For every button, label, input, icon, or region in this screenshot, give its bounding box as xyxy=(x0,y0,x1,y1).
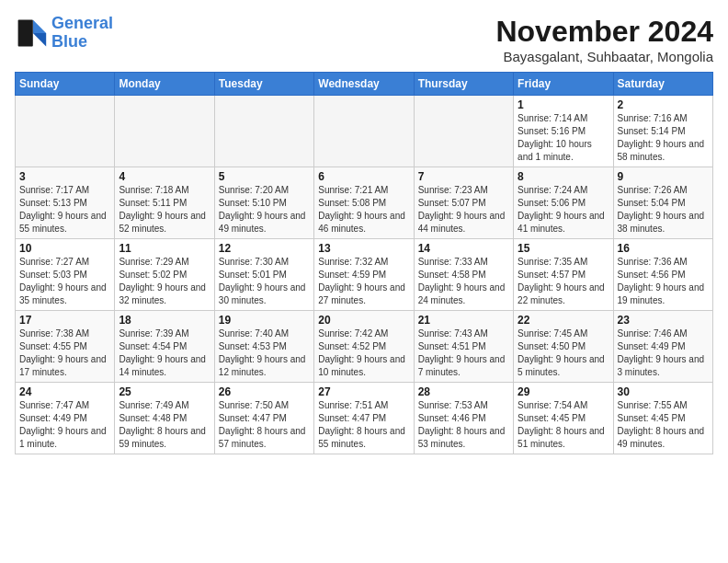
weekday-header: Sunday xyxy=(16,73,115,96)
day-info: Sunrise: 7:42 AM Sunset: 4:52 PM Dayligh… xyxy=(318,327,409,379)
calendar-cell xyxy=(314,96,414,167)
day-info: Sunrise: 7:27 AM Sunset: 5:03 PM Dayligh… xyxy=(19,256,110,307)
day-number: 16 xyxy=(618,242,709,255)
day-number: 19 xyxy=(219,314,310,327)
day-info: Sunrise: 7:14 AM Sunset: 5:16 PM Dayligh… xyxy=(518,112,609,164)
calendar-header-row: SundayMondayTuesdayWednesdayThursdayFrid… xyxy=(16,73,713,96)
title-block: November 2024 Bayasgalant, Suhbaatar, Mo… xyxy=(495,15,713,64)
logo-text: General Blue xyxy=(51,15,113,52)
calendar-cell xyxy=(16,96,115,167)
calendar-cell: 8Sunrise: 7:24 AM Sunset: 5:06 PM Daylig… xyxy=(514,167,613,239)
calendar-cell: 27Sunrise: 7:51 AM Sunset: 4:47 PM Dayli… xyxy=(314,383,414,454)
day-info: Sunrise: 7:32 AM Sunset: 4:59 PM Dayligh… xyxy=(318,256,409,307)
calendar-cell: 22Sunrise: 7:45 AM Sunset: 4:50 PM Dayli… xyxy=(514,311,613,383)
logo-icon xyxy=(15,17,48,50)
day-info: Sunrise: 7:47 AM Sunset: 4:49 PM Dayligh… xyxy=(19,399,110,451)
day-number: 18 xyxy=(119,314,210,327)
calendar-cell: 17Sunrise: 7:38 AM Sunset: 4:55 PM Dayli… xyxy=(16,311,115,383)
day-info: Sunrise: 7:45 AM Sunset: 4:50 PM Dayligh… xyxy=(518,327,609,379)
day-number: 27 xyxy=(318,385,409,398)
day-info: Sunrise: 7:23 AM Sunset: 5:07 PM Dayligh… xyxy=(418,184,509,236)
day-info: Sunrise: 7:43 AM Sunset: 4:51 PM Dayligh… xyxy=(418,327,509,379)
calendar-cell: 7Sunrise: 7:23 AM Sunset: 5:07 PM Daylig… xyxy=(414,167,513,239)
day-number: 23 xyxy=(618,314,709,327)
day-number: 28 xyxy=(418,385,509,398)
weekday-header: Monday xyxy=(115,73,214,96)
day-number: 11 xyxy=(119,242,210,255)
day-info: Sunrise: 7:16 AM Sunset: 5:14 PM Dayligh… xyxy=(618,112,709,164)
day-info: Sunrise: 7:38 AM Sunset: 4:55 PM Dayligh… xyxy=(19,327,110,379)
day-info: Sunrise: 7:46 AM Sunset: 4:49 PM Dayligh… xyxy=(618,327,709,379)
day-number: 22 xyxy=(518,314,609,327)
calendar-cell: 21Sunrise: 7:43 AM Sunset: 4:51 PM Dayli… xyxy=(414,311,513,383)
day-info: Sunrise: 7:33 AM Sunset: 4:58 PM Dayligh… xyxy=(418,256,509,307)
day-info: Sunrise: 7:36 AM Sunset: 4:56 PM Dayligh… xyxy=(618,256,709,307)
day-number: 24 xyxy=(19,385,110,398)
calendar-cell: 30Sunrise: 7:55 AM Sunset: 4:45 PM Dayli… xyxy=(613,383,712,454)
svg-rect-2 xyxy=(18,19,33,46)
day-number: 10 xyxy=(19,242,110,255)
day-info: Sunrise: 7:55 AM Sunset: 4:45 PM Dayligh… xyxy=(618,399,709,451)
calendar-cell: 26Sunrise: 7:50 AM Sunset: 4:47 PM Dayli… xyxy=(214,383,313,454)
day-info: Sunrise: 7:40 AM Sunset: 4:53 PM Dayligh… xyxy=(219,327,310,379)
day-info: Sunrise: 7:54 AM Sunset: 4:45 PM Dayligh… xyxy=(518,399,609,451)
day-info: Sunrise: 7:20 AM Sunset: 5:10 PM Dayligh… xyxy=(219,184,310,236)
calendar-cell: 23Sunrise: 7:46 AM Sunset: 4:49 PM Dayli… xyxy=(613,311,712,383)
day-number: 30 xyxy=(618,385,709,398)
day-number: 29 xyxy=(518,385,609,398)
day-number: 2 xyxy=(618,98,709,111)
page: General Blue November 2024 Bayasgalant, … xyxy=(0,0,728,563)
day-info: Sunrise: 7:49 AM Sunset: 4:48 PM Dayligh… xyxy=(119,399,210,451)
day-number: 4 xyxy=(119,170,210,183)
calendar-cell: 25Sunrise: 7:49 AM Sunset: 4:48 PM Dayli… xyxy=(115,383,214,454)
day-number: 17 xyxy=(19,314,110,327)
calendar-cell: 29Sunrise: 7:54 AM Sunset: 4:45 PM Dayli… xyxy=(514,383,613,454)
day-number: 14 xyxy=(418,242,509,255)
day-info: Sunrise: 7:17 AM Sunset: 5:13 PM Dayligh… xyxy=(19,184,110,236)
day-number: 3 xyxy=(19,170,110,183)
weekday-header: Saturday xyxy=(613,73,712,96)
header: General Blue November 2024 Bayasgalant, … xyxy=(15,15,713,64)
day-info: Sunrise: 7:51 AM Sunset: 4:47 PM Dayligh… xyxy=(318,399,409,451)
calendar-cell: 11Sunrise: 7:29 AM Sunset: 5:02 PM Dayli… xyxy=(115,239,214,311)
day-number: 20 xyxy=(318,314,409,327)
calendar-cell xyxy=(414,96,513,167)
calendar-cell: 10Sunrise: 7:27 AM Sunset: 5:03 PM Dayli… xyxy=(16,239,115,311)
calendar-cell: 1Sunrise: 7:14 AM Sunset: 5:16 PM Daylig… xyxy=(514,96,613,167)
calendar-cell: 18Sunrise: 7:39 AM Sunset: 4:54 PM Dayli… xyxy=(115,311,214,383)
day-number: 13 xyxy=(318,242,409,255)
calendar-cell: 9Sunrise: 7:26 AM Sunset: 5:04 PM Daylig… xyxy=(613,167,712,239)
calendar-cell: 6Sunrise: 7:21 AM Sunset: 5:08 PM Daylig… xyxy=(314,167,414,239)
svg-marker-1 xyxy=(33,33,46,46)
day-info: Sunrise: 7:50 AM Sunset: 4:47 PM Dayligh… xyxy=(219,399,310,451)
day-number: 15 xyxy=(518,242,609,255)
day-number: 7 xyxy=(418,170,509,183)
calendar-cell: 24Sunrise: 7:47 AM Sunset: 4:49 PM Dayli… xyxy=(16,383,115,454)
day-info: Sunrise: 7:29 AM Sunset: 5:02 PM Dayligh… xyxy=(119,256,210,307)
calendar-week-row: 3Sunrise: 7:17 AM Sunset: 5:13 PM Daylig… xyxy=(16,167,713,239)
day-info: Sunrise: 7:26 AM Sunset: 5:04 PM Dayligh… xyxy=(618,184,709,236)
svg-marker-0 xyxy=(33,19,46,32)
calendar-week-row: 1Sunrise: 7:14 AM Sunset: 5:16 PM Daylig… xyxy=(16,96,713,167)
day-info: Sunrise: 7:24 AM Sunset: 5:06 PM Dayligh… xyxy=(518,184,609,236)
calendar-cell xyxy=(214,96,313,167)
weekday-header: Wednesday xyxy=(314,73,414,96)
calendar-cell: 14Sunrise: 7:33 AM Sunset: 4:58 PM Dayli… xyxy=(414,239,513,311)
month-title: November 2024 xyxy=(495,15,713,49)
calendar-cell: 15Sunrise: 7:35 AM Sunset: 4:57 PM Dayli… xyxy=(514,239,613,311)
calendar-cell: 12Sunrise: 7:30 AM Sunset: 5:01 PM Dayli… xyxy=(214,239,313,311)
weekday-header: Friday xyxy=(514,73,613,96)
day-info: Sunrise: 7:39 AM Sunset: 4:54 PM Dayligh… xyxy=(119,327,210,379)
calendar-cell: 2Sunrise: 7:16 AM Sunset: 5:14 PM Daylig… xyxy=(613,96,712,167)
day-number: 5 xyxy=(219,170,310,183)
calendar-cell: 19Sunrise: 7:40 AM Sunset: 4:53 PM Dayli… xyxy=(214,311,313,383)
calendar-cell: 3Sunrise: 7:17 AM Sunset: 5:13 PM Daylig… xyxy=(16,167,115,239)
weekday-header: Thursday xyxy=(414,73,513,96)
day-number: 25 xyxy=(119,385,210,398)
calendar-cell: 16Sunrise: 7:36 AM Sunset: 4:56 PM Dayli… xyxy=(613,239,712,311)
day-number: 26 xyxy=(219,385,310,398)
day-number: 12 xyxy=(219,242,310,255)
day-info: Sunrise: 7:35 AM Sunset: 4:57 PM Dayligh… xyxy=(518,256,609,307)
calendar-cell: 28Sunrise: 7:53 AM Sunset: 4:46 PM Dayli… xyxy=(414,383,513,454)
day-number: 21 xyxy=(418,314,509,327)
